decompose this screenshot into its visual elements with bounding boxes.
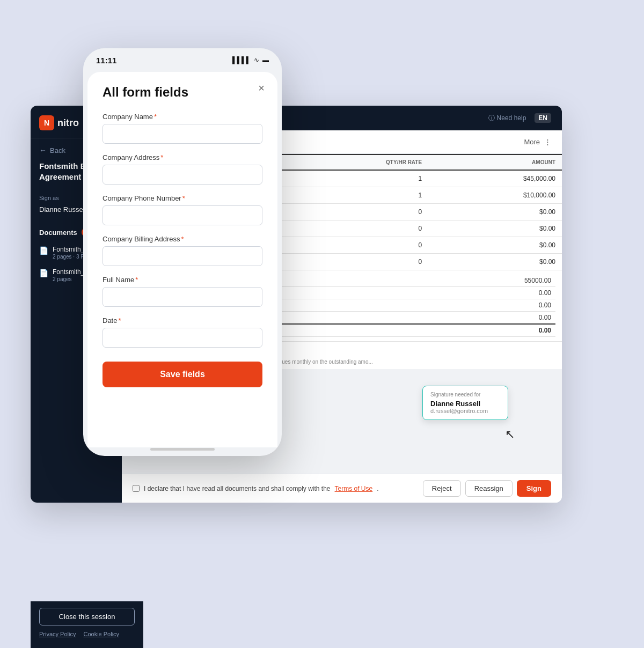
session-bar: Close this session Privacy Policy Cookie… xyxy=(31,601,143,648)
input-full-name[interactable] xyxy=(103,287,262,307)
tooltip-bottom-title: Signature needed for xyxy=(430,392,500,397)
back-label: Back xyxy=(50,146,65,154)
label-company-phone: Company Phone Number* xyxy=(103,194,262,202)
row5-qty: 0 xyxy=(284,237,429,254)
reject-button[interactable]: Reject xyxy=(423,480,461,497)
app-bottombar: I declare that I have read all documents… xyxy=(122,474,562,503)
wifi-icon: ∿ xyxy=(254,56,259,64)
label-company-name: Company Name* xyxy=(103,113,262,121)
row1-amount: $45,000.00 xyxy=(428,170,562,187)
col-header-amount: AMOUNT xyxy=(428,154,562,170)
input-billing-address[interactable] xyxy=(103,246,262,266)
more-button[interactable]: More xyxy=(524,138,540,146)
modal-close-button[interactable]: × xyxy=(258,83,265,93)
label-date: Date* xyxy=(103,316,262,325)
tooltip-bottom-name: Dianne Russell xyxy=(430,400,500,408)
row4-amount: $0.00 xyxy=(428,220,562,237)
nitro-logo-icon: N xyxy=(39,115,54,130)
doc-icon-2: 📄 xyxy=(39,269,48,277)
input-company-phone[interactable] xyxy=(103,205,262,225)
tax-amount-value: 0.00 xyxy=(369,312,555,325)
doc-toolbar-right: More ⋮ xyxy=(524,138,551,146)
doc-icon-1: 📄 xyxy=(39,246,48,255)
form-field-date: Date* xyxy=(103,316,262,348)
row3-amount: $0.00 xyxy=(428,204,562,220)
tooltip-bottom-email: d.russel@gonitro.com xyxy=(430,408,500,414)
terms-checkbox-label[interactable]: I declare that I have read all documents… xyxy=(133,485,379,492)
terms-checkbox[interactable] xyxy=(133,485,140,492)
help-link[interactable]: ⓘ Need help xyxy=(488,114,526,123)
bottom-buttons: Reject Reassign Sign xyxy=(423,480,551,497)
battery-icon: ▬ xyxy=(262,56,269,64)
input-company-name[interactable] xyxy=(103,124,262,144)
status-time: 11:11 xyxy=(96,56,116,65)
row2-qty: 1 xyxy=(284,187,429,204)
form-field-full-name: Full Name* xyxy=(103,276,262,307)
more-icon[interactable]: ⋮ xyxy=(544,138,551,146)
form-field-company-phone: Company Phone Number* xyxy=(103,194,262,225)
mobile-modal: × All form fields Company Name* Company … xyxy=(87,72,277,447)
row3-qty: 0 xyxy=(284,204,429,220)
col-header-qty: QTY/HR RATE xyxy=(284,154,429,170)
privacy-policy-link[interactable]: Privacy Policy xyxy=(39,631,76,637)
total-value: 0.00 xyxy=(369,324,555,337)
label-company-address: Company Address* xyxy=(103,153,262,161)
mobile-overlay: 11:11 ▌▌▌▌ ∿ ▬ × All form fields Company… xyxy=(83,48,282,456)
input-date[interactable] xyxy=(103,328,262,348)
input-company-address[interactable] xyxy=(103,165,262,185)
subtotal-value: 55000.00 xyxy=(369,275,555,287)
form-field-billing-address: Company Billing Address* xyxy=(103,235,262,266)
label-billing-address: Company Billing Address* xyxy=(103,235,262,243)
terms-link[interactable]: Terms of Use xyxy=(335,485,373,492)
form-field-company-name: Company Name* xyxy=(103,113,262,144)
row6-amount: $0.00 xyxy=(428,254,562,270)
row4-qty: 0 xyxy=(284,220,429,237)
nitro-logo-text: nitro xyxy=(57,117,79,129)
tax-rate-value: 0.00 xyxy=(369,299,555,312)
help-icon: ⓘ xyxy=(488,114,495,123)
cursor-icon: ↖ xyxy=(505,428,515,441)
mobile-home-indicator xyxy=(150,448,215,451)
row6-qty: 0 xyxy=(284,254,429,270)
status-icons: ▌▌▌▌ ∿ ▬ xyxy=(232,56,269,64)
save-fields-button[interactable]: Save fields xyxy=(103,362,262,387)
cookie-policy-link[interactable]: Cookie Policy xyxy=(83,631,119,637)
discount-value: 0.00 xyxy=(369,287,555,299)
close-session-button[interactable]: Close this session xyxy=(39,608,135,625)
reassign-button[interactable]: Reassign xyxy=(465,480,513,497)
signature-tooltip-bottom: Signature needed for Dianne Russell d.ru… xyxy=(422,386,508,420)
sign-button[interactable]: Sign xyxy=(517,480,551,497)
language-selector[interactable]: EN xyxy=(535,113,551,123)
terms-text: I declare that I have read all documents… xyxy=(144,485,331,492)
row1-qty: 1 xyxy=(284,170,429,187)
back-arrow-icon: ← xyxy=(39,146,47,154)
documents-label: Documents xyxy=(39,229,77,237)
session-links: Privacy Policy Cookie Policy xyxy=(39,631,135,637)
form-field-company-address: Company Address* xyxy=(103,153,262,185)
label-full-name: Full Name* xyxy=(103,276,262,284)
row2-amount: $10,000.00 xyxy=(428,187,562,204)
modal-title: All form fields xyxy=(103,85,262,100)
mobile-status-bar: 11:11 ▌▌▌▌ ∿ ▬ xyxy=(83,48,282,72)
row5-amount: $0.00 xyxy=(428,237,562,254)
signal-icon: ▌▌▌▌ xyxy=(232,56,251,64)
help-label: Need help xyxy=(497,114,526,122)
